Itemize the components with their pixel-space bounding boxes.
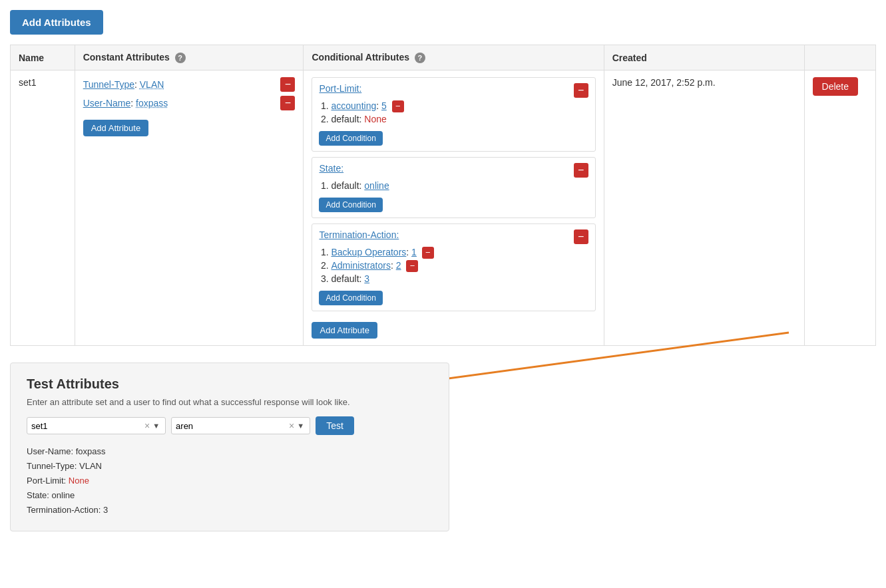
cond-block-termination-action: Termination-Action: − Backup Operators: …: [312, 223, 595, 311]
add-port-limit-condition-button[interactable]: Add Condition: [319, 131, 382, 146]
user-selector[interactable]: × ▼: [171, 417, 310, 434]
remove-administrators-button[interactable]: −: [406, 260, 418, 272]
constant-attrs-cell: Tunnel-Type: VLAN − User-Name: foxpass −…: [75, 71, 304, 346]
remove-backup-operators-button[interactable]: −: [422, 247, 434, 259]
attributes-table: Name Constant Attributes ? Conditional A…: [10, 45, 876, 346]
result-line-2: Tunnel-Type: VLAN: [27, 459, 433, 474]
set-clear-button[interactable]: ×: [143, 420, 151, 431]
cond-block-port-limit: Port-Limit: − accounting: 5 − default: N…: [312, 77, 595, 152]
port-limit-title[interactable]: Port-Limit:: [319, 83, 361, 94]
port-limit-default-none: None: [364, 114, 386, 124]
cond-item: accounting: 5 −: [331, 100, 588, 112]
accounting-link[interactable]: accounting: [331, 100, 376, 111]
remove-state-button[interactable]: −: [574, 163, 588, 178]
test-controls: × ▼ × ▼ Test: [27, 416, 433, 435]
port-limit-conditions: accounting: 5 − default: None: [331, 100, 588, 124]
test-attributes-description: Enter an attribute set and a user to fin…: [27, 397, 433, 407]
add-state-condition-button[interactable]: Add Condition: [319, 198, 382, 212]
user-name-value[interactable]: foxpass: [136, 98, 168, 108]
remove-termination-action-button[interactable]: −: [574, 229, 588, 244]
add-termination-condition-button[interactable]: Add Condition: [319, 291, 382, 305]
port-limit-val-5[interactable]: 5: [381, 100, 387, 111]
state-title[interactable]: State:: [319, 163, 343, 174]
default-val-3[interactable]: 3: [364, 273, 369, 284]
col-header-constant: Constant Attributes ?: [75, 45, 304, 71]
row-name: set1: [19, 77, 36, 88]
conditional-attrs-cell: Port-Limit: − accounting: 5 − default: N…: [304, 71, 604, 346]
col-header-actions: [804, 45, 875, 71]
user-input[interactable]: [176, 421, 288, 431]
user-dropdown-button[interactable]: ▼: [296, 422, 306, 430]
test-attributes-section: Test Attributes Enter an attribute set a…: [10, 363, 449, 531]
add-attributes-button[interactable]: Add Attributes: [10, 10, 103, 35]
delete-cell: Delete: [804, 71, 875, 346]
test-results: User-Name: foxpass Tunnel-Type: VLAN Por…: [27, 444, 433, 517]
conditional-help-icon[interactable]: ?: [415, 53, 425, 63]
remove-accounting-button[interactable]: −: [392, 100, 404, 112]
table-row: set1 Tunnel-Type: VLAN − User-Name: foxp…: [11, 71, 876, 346]
admin-val-2[interactable]: 2: [396, 260, 401, 271]
cond-item: default: None: [331, 114, 588, 124]
constant-attr-2: User-Name: foxpass −: [83, 96, 296, 110]
constant-attr-1: Tunnel-Type: VLAN −: [83, 77, 296, 92]
state-online[interactable]: online: [364, 180, 389, 191]
remove-tunnel-type-button[interactable]: −: [280, 77, 295, 92]
created-date: June 12, 2017, 2:52 p.m.: [612, 77, 716, 88]
cond-item: default: 3: [331, 273, 588, 284]
termination-action-title[interactable]: Termination-Action:: [319, 229, 399, 240]
backup-operators-link[interactable]: Backup Operators: [331, 247, 406, 257]
tunnel-type-key[interactable]: Tunnel-Type: [83, 79, 134, 90]
remove-port-limit-button[interactable]: −: [574, 83, 588, 98]
set-dropdown-button[interactable]: ▼: [151, 422, 161, 430]
tunnel-type-value[interactable]: VLAN: [140, 79, 164, 90]
col-header-name: Name: [11, 45, 75, 71]
col-header-created: Created: [604, 45, 804, 71]
user-clear-button[interactable]: ×: [288, 420, 296, 431]
termination-action-conditions: Backup Operators: 1 − Administrators: 2 …: [331, 247, 588, 284]
cond-item: Administrators: 2 −: [331, 260, 588, 272]
add-conditional-attribute-button[interactable]: Add Attribute: [312, 322, 377, 339]
set-selector[interactable]: × ▼: [27, 417, 166, 434]
delete-button[interactable]: Delete: [813, 77, 858, 96]
state-conditions: default: online: [331, 180, 588, 191]
result-line-3: Port-Limit: None: [27, 474, 433, 488]
user-name-key[interactable]: User-Name: [83, 98, 131, 108]
test-attributes-title: Test Attributes: [27, 376, 433, 392]
result-line-5: Termination-Action: 3: [27, 503, 433, 517]
cond-block-state: State: − default: online Add Condition: [312, 157, 595, 218]
row-name-cell: set1: [11, 71, 75, 346]
cond-item: Backup Operators: 1 −: [331, 247, 588, 259]
port-limit-result-none: None: [69, 476, 89, 486]
cond-item: default: online: [331, 180, 588, 191]
backup-val-1[interactable]: 1: [411, 247, 417, 257]
result-line-4: State: online: [27, 488, 433, 503]
administrators-link[interactable]: Administrators: [331, 260, 390, 271]
set-input[interactable]: [31, 421, 143, 431]
result-line-1: User-Name: foxpass: [27, 444, 433, 459]
test-button[interactable]: Test: [316, 416, 354, 435]
created-cell: June 12, 2017, 2:52 p.m.: [604, 71, 804, 346]
constant-help-icon[interactable]: ?: [175, 53, 186, 63]
remove-user-name-button[interactable]: −: [280, 96, 295, 110]
col-header-conditional: Conditional Attributes ?: [304, 45, 604, 71]
add-constant-attribute-button[interactable]: Add Attribute: [83, 120, 148, 136]
